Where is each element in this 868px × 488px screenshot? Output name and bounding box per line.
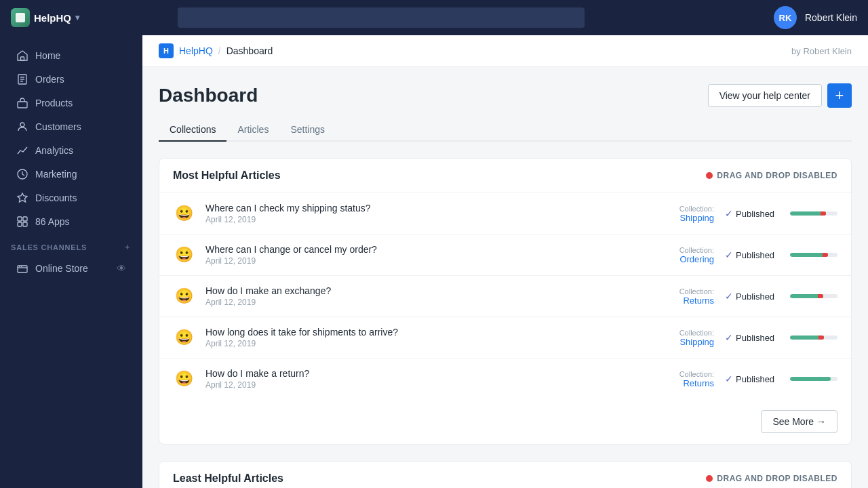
breadcrumb-current: Dashboard xyxy=(226,45,273,56)
article-date: April 12, 2019 xyxy=(205,298,635,307)
sidebar-item-apps-label: 86 Apps xyxy=(35,216,70,227)
tab-settings[interactable]: Settings xyxy=(279,119,336,142)
status-label: Published xyxy=(736,374,774,384)
tab-collections[interactable]: Collections xyxy=(159,119,226,142)
progress-bar-fill xyxy=(790,253,828,257)
page-title-row: Dashboard View your help center + xyxy=(159,83,852,108)
status-label: Published xyxy=(736,333,774,343)
least-helpful-drag-drop-label: DRAG AND DROP DISABLED xyxy=(706,474,837,483)
see-more-row: See More → xyxy=(159,399,851,444)
main-content: H HelpHQ / Dashboard by Robert Klein Das… xyxy=(142,35,868,488)
online-store-visibility-icon[interactable]: 👁 xyxy=(117,263,126,274)
search-bar[interactable] xyxy=(178,7,585,28)
article-row: 😀 How long does it take for shipments to… xyxy=(159,317,851,359)
collection-label: Collection: xyxy=(646,205,714,213)
svg-point-14 xyxy=(19,266,20,268)
marketing-icon xyxy=(16,168,28,180)
sidebar-item-products-label: Products xyxy=(35,98,73,108)
by-author-label: by Robert Klein xyxy=(791,46,852,56)
collection-label: Collection: xyxy=(646,246,714,254)
help-center-button[interactable]: View your help center xyxy=(708,84,822,107)
home-icon xyxy=(16,49,28,62)
breadcrumb-parent-link[interactable]: HelpHQ xyxy=(179,45,213,56)
check-icon: ✓ xyxy=(725,332,733,343)
sidebar-item-discounts[interactable]: Discounts xyxy=(5,186,137,209)
sidebar-item-marketing[interactable]: Marketing xyxy=(5,163,137,186)
progress-bar xyxy=(790,253,837,257)
sidebar-item-orders[interactable]: Orders xyxy=(5,68,137,91)
article-title[interactable]: How do I make a return? xyxy=(205,368,635,379)
most-helpful-articles-list: 😀 Where can I check my shipping status? … xyxy=(159,193,851,399)
app-name-caret: ▾ xyxy=(75,13,79,22)
progress-bar-fill xyxy=(790,211,826,216)
sidebar-item-home[interactable]: Home xyxy=(5,44,137,67)
collection-name[interactable]: Shipping xyxy=(646,213,714,223)
article-info: Where can I change or cancel my order? A… xyxy=(205,244,635,266)
online-store-icon xyxy=(16,262,28,274)
avatar[interactable]: RK xyxy=(774,6,797,29)
collection-label: Collection: xyxy=(646,329,714,337)
sidebar-item-discounts-label: Discounts xyxy=(35,192,77,203)
page-header: Dashboard View your help center + Collec… xyxy=(142,67,868,142)
sidebar-item-analytics-label: Analytics xyxy=(35,145,73,156)
tabs: Collections Articles Settings xyxy=(159,119,852,142)
page-header-actions: View your help center + xyxy=(708,83,852,108)
article-title[interactable]: Where can I change or cancel my order? xyxy=(205,244,635,255)
add-button[interactable]: + xyxy=(827,83,852,108)
article-row: 😀 Where can I change or cancel my order?… xyxy=(159,235,851,276)
progress-bar xyxy=(790,377,837,381)
svg-rect-11 xyxy=(18,222,22,226)
page-title: Dashboard xyxy=(159,85,258,106)
check-icon: ✓ xyxy=(725,291,733,302)
svg-rect-13 xyxy=(18,266,27,272)
published-badge: ✓ Published xyxy=(725,373,779,384)
sales-channels-header: SALES CHANNELS ＋ xyxy=(0,234,142,256)
sidebar-item-products[interactable]: Products xyxy=(5,92,137,115)
tab-articles[interactable]: Articles xyxy=(226,119,279,142)
published-badge: ✓ Published xyxy=(725,208,779,219)
check-icon: ✓ xyxy=(725,249,733,260)
article-meta: Collection: Shipping ✓ Published xyxy=(646,329,837,347)
sidebar-item-apps[interactable]: 86 Apps xyxy=(5,210,137,233)
collection-name[interactable]: Returns xyxy=(646,378,714,388)
article-date: April 12, 2019 xyxy=(205,380,635,390)
sales-channels-label: SALES CHANNELS xyxy=(11,243,87,251)
article-title[interactable]: How long does it take for shipments to a… xyxy=(205,327,635,338)
progress-bar xyxy=(790,294,837,298)
svg-rect-10 xyxy=(23,217,27,221)
article-emoji: 😀 xyxy=(173,246,195,264)
most-helpful-title: Most Helpful Articles xyxy=(173,169,281,182)
drag-drop-label: DRAG AND DROP DISABLED xyxy=(706,171,837,180)
article-title[interactable]: How do I make an exchange? xyxy=(205,285,635,296)
collection-name[interactable]: Ordering xyxy=(646,254,714,264)
products-icon xyxy=(16,97,28,109)
article-row: 😀 How do I make a return? April 12, 2019… xyxy=(159,359,851,399)
app-logo[interactable]: HelpHQ ▾ xyxy=(11,8,79,27)
breadcrumb-bar: H HelpHQ / Dashboard by Robert Klein xyxy=(142,35,868,67)
discounts-icon xyxy=(16,192,28,204)
check-icon: ✓ xyxy=(725,208,733,219)
published-badge: ✓ Published xyxy=(725,291,779,302)
svg-rect-0 xyxy=(21,57,24,60)
topnav-right: RK Robert Klein xyxy=(774,6,857,29)
collection-name[interactable]: Shipping xyxy=(646,337,714,347)
least-helpful-section: Least Helpful Articles DRAG AND DROP DIS… xyxy=(159,461,852,488)
sidebar-item-online-store[interactable]: Online Store 👁 xyxy=(5,257,137,280)
article-emoji: 😀 xyxy=(173,287,195,305)
sidebar-item-analytics[interactable]: Analytics xyxy=(5,139,137,162)
collection-name[interactable]: Returns xyxy=(646,296,714,306)
check-icon: ✓ xyxy=(725,373,733,384)
collection-info: Collection: Ordering xyxy=(646,246,714,264)
status-label: Published xyxy=(736,209,774,219)
article-emoji: 😀 xyxy=(173,370,195,388)
add-sales-channel-button[interactable]: ＋ xyxy=(123,242,132,252)
sidebar-item-online-store-label: Online Store xyxy=(35,263,88,274)
svg-point-15 xyxy=(21,266,22,268)
article-title[interactable]: Where can I check my shipping status? xyxy=(205,203,635,214)
see-more-button[interactable]: See More → xyxy=(761,410,837,433)
sidebar-item-customers[interactable]: Customers xyxy=(5,115,137,138)
least-helpful-title: Least Helpful Articles xyxy=(173,472,283,485)
collection-info: Collection: Returns xyxy=(646,370,714,388)
search-input[interactable] xyxy=(178,7,585,28)
breadcrumb-separator: / xyxy=(218,45,221,56)
